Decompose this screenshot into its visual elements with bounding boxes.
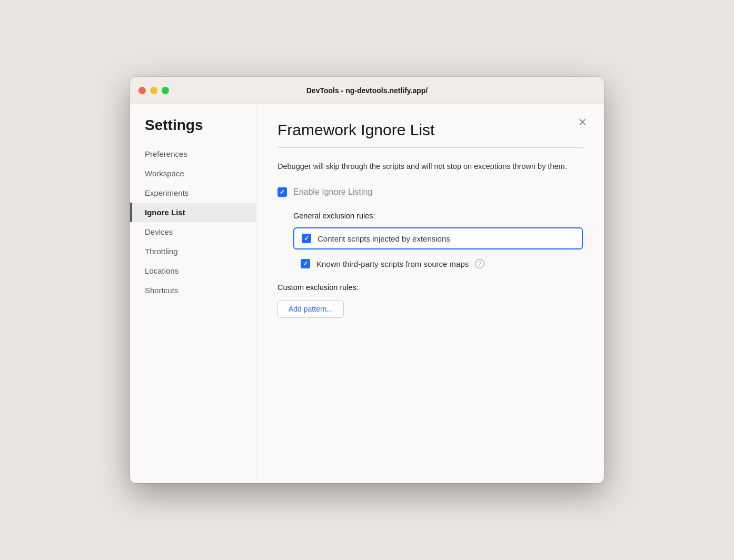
checkmark-icon: ✓ (303, 261, 308, 267)
enable-ignore-listing-checkbox[interactable]: ✓ (277, 187, 287, 197)
sidebar-item-shortcuts[interactable]: Shortcuts (130, 281, 256, 300)
content-scripts-checkbox[interactable]: ✓ (302, 234, 311, 243)
minimize-traffic-light[interactable] (150, 87, 157, 94)
enable-ignore-listing-label: Enable Ignore Listing (293, 187, 372, 197)
sidebar: Settings Preferences Workspace Experimen… (130, 104, 256, 483)
checkmark-icon: ✓ (280, 189, 285, 195)
checkmark-icon: ✓ (304, 235, 309, 242)
sidebar-item-workspace[interactable]: Workspace (130, 164, 256, 183)
sidebar-item-locations[interactable]: Locations (130, 261, 256, 281)
sidebar-item-ignore-list[interactable]: Ignore List (130, 203, 256, 222)
content-scripts-row: ✓ Content scripts injected by extensions (293, 227, 583, 249)
panel-title: Framework Ignore List (277, 121, 583, 139)
custom-exclusion-section: Custom exclusion rules: Add pattern... (277, 283, 583, 318)
window-title: DevTools - ng-devtools.netlify.app/ (306, 86, 428, 95)
help-icon[interactable]: ? (475, 259, 484, 268)
titlebar: DevTools - ng-devtools.netlify.app/ (130, 77, 604, 104)
sidebar-heading: Settings (130, 117, 256, 144)
enable-ignore-listing-row: ✓ Enable Ignore Listing (277, 187, 583, 197)
panel-description: Debugger will skip through the scripts a… (277, 161, 583, 173)
sidebar-item-experiments[interactable]: Experiments (130, 183, 256, 203)
sidebar-item-preferences[interactable]: Preferences (130, 144, 256, 164)
add-pattern-button[interactable]: Add pattern... (277, 300, 344, 318)
traffic-lights (138, 87, 169, 94)
content-scripts-label: Content scripts injected by extensions (318, 234, 450, 243)
sidebar-item-devices[interactable]: Devices (130, 222, 256, 242)
third-party-scripts-row: ✓ Known third-party scripts from source … (301, 257, 583, 271)
general-exclusion-section: General exclusion rules: ✓ Content scrip… (277, 212, 583, 271)
panel-divider (277, 147, 583, 148)
third-party-scripts-label: Known third-party scripts from source ma… (316, 259, 469, 268)
custom-section-label: Custom exclusion rules: (277, 283, 583, 292)
sidebar-item-throttling[interactable]: Throttling (130, 242, 256, 261)
main-panel: ✕ Framework Ignore List Debugger will sk… (256, 104, 604, 483)
third-party-scripts-checkbox[interactable]: ✓ (301, 259, 310, 268)
close-traffic-light[interactable] (138, 87, 146, 94)
devtools-window: DevTools - ng-devtools.netlify.app/ Sett… (130, 77, 604, 483)
content-area: Settings Preferences Workspace Experimen… (130, 104, 604, 483)
close-button[interactable]: ✕ (574, 115, 591, 129)
general-section-label: General exclusion rules: (293, 212, 583, 220)
maximize-traffic-light[interactable] (162, 87, 169, 94)
